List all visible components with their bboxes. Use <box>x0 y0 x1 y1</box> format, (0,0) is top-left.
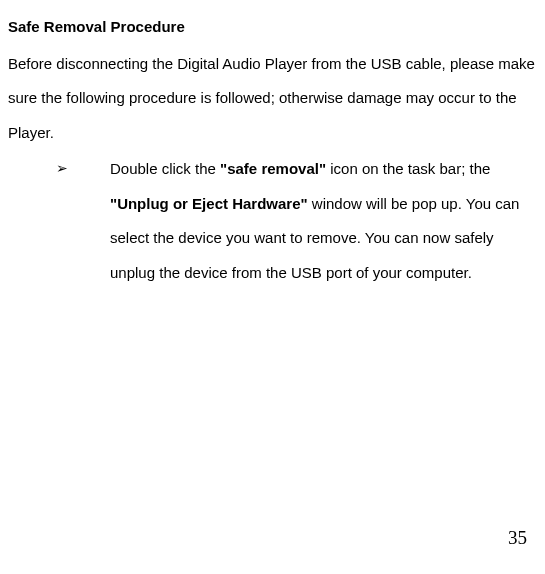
bullet-text: Double click the "safe removal" icon on … <box>110 152 533 290</box>
intro-paragraph: Before disconnecting the Digital Audio P… <box>8 47 537 151</box>
text-segment: icon on the task bar; the <box>326 160 490 177</box>
bold-term-safe-removal: safe removal <box>227 160 319 177</box>
bullet-item: ➢ Double click the "safe removal" icon o… <box>8 152 537 290</box>
bold-term-unplug-eject: Unplug or Eject Hardware <box>117 195 300 212</box>
text-segment: Double click the <box>110 160 220 177</box>
bold-quote-close: " <box>319 160 326 177</box>
bullet-marker-icon: ➢ <box>56 152 110 290</box>
section-heading: Safe Removal Procedure <box>8 10 537 45</box>
page-number: 35 <box>508 516 527 560</box>
bold-quote-close: " <box>301 195 308 212</box>
